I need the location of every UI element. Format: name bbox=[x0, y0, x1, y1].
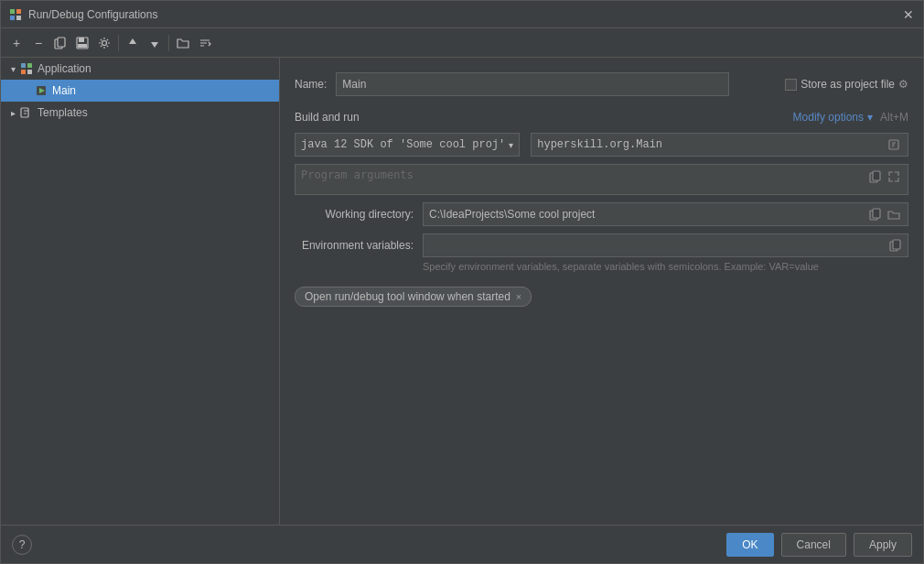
move-up-button[interactable] bbox=[123, 33, 143, 53]
templates-label: Templates bbox=[38, 106, 88, 119]
title-bar: Run/Debug Configurations ✕ bbox=[1, 1, 923, 28]
run-debug-configurations-dialog: Run/Debug Configurations ✕ + − bbox=[0, 0, 924, 564]
modify-options-label: Modify options bbox=[793, 111, 864, 124]
separator-1 bbox=[118, 35, 119, 51]
help-button[interactable]: ? bbox=[12, 535, 32, 555]
window-title: Run/Debug Configurations bbox=[28, 8, 901, 21]
tag-label: Open run/debug tool window when started bbox=[305, 290, 510, 303]
apply-button[interactable]: Apply bbox=[854, 533, 912, 557]
right-panel: Name: Store as project file ⚙ Build and … bbox=[280, 58, 923, 525]
copy-button[interactable] bbox=[50, 33, 70, 53]
tree-group-application: Application Main bbox=[1, 58, 279, 102]
separator-2 bbox=[168, 35, 169, 51]
name-label: Name: bbox=[295, 78, 327, 91]
save-button[interactable] bbox=[72, 33, 92, 53]
program-args-placeholder: Program arguments bbox=[301, 168, 414, 181]
name-row: Name: Store as project file ⚙ bbox=[295, 72, 908, 96]
env-vars-input[interactable] bbox=[423, 233, 908, 257]
args-copy-icon[interactable] bbox=[867, 168, 884, 185]
application-label: Application bbox=[38, 62, 91, 75]
tags-row: Open run/debug tool window when started … bbox=[295, 287, 908, 307]
main-label: Main bbox=[52, 84, 76, 97]
main-class-input[interactable]: hyperskill.org.Main bbox=[531, 133, 908, 157]
tree-item-main[interactable]: Main bbox=[1, 80, 279, 102]
modify-options-btn[interactable]: Modify options ▾ Alt+M bbox=[793, 111, 908, 124]
close-button[interactable]: ✕ bbox=[901, 7, 916, 22]
svg-rect-5 bbox=[58, 38, 65, 47]
working-dir-browse-icon[interactable] bbox=[886, 206, 902, 222]
svg-rect-10 bbox=[21, 63, 26, 68]
name-input[interactable] bbox=[336, 72, 729, 96]
toolbar: + − bbox=[1, 28, 923, 58]
svg-rect-23 bbox=[893, 240, 900, 249]
footer-right: OK Cancel Apply bbox=[726, 533, 912, 557]
env-hint: Specify environment variables, separate … bbox=[423, 261, 908, 272]
templates-arrow[interactable] bbox=[6, 106, 19, 119]
modify-options-arrow: ▾ bbox=[867, 111, 873, 124]
args-expand-icon[interactable] bbox=[886, 168, 902, 185]
working-dir-label: Working directory: bbox=[295, 208, 423, 221]
svg-rect-12 bbox=[21, 70, 26, 74]
cancel-button[interactable]: Cancel bbox=[781, 533, 846, 557]
svg-point-9 bbox=[102, 40, 107, 45]
store-project-row: Store as project file ⚙ bbox=[785, 78, 908, 91]
folder-button[interactable] bbox=[173, 33, 193, 53]
svg-rect-13 bbox=[27, 70, 32, 74]
remove-button[interactable]: − bbox=[28, 33, 48, 53]
program-args-area[interactable]: Program arguments bbox=[295, 164, 908, 195]
svg-rect-11 bbox=[27, 63, 32, 68]
env-vars-row: Environment variables: bbox=[295, 233, 908, 257]
working-dir-value: C:\IdeaProjects\Some cool project bbox=[429, 208, 595, 221]
svg-rect-3 bbox=[16, 16, 21, 20]
svg-rect-7 bbox=[79, 38, 84, 42]
args-icons bbox=[867, 168, 902, 185]
application-icon bbox=[19, 61, 34, 76]
main-content: Application Main bbox=[1, 58, 923, 525]
svg-rect-8 bbox=[78, 44, 87, 48]
sdk-class-row: java 12 SDK of 'Some cool proj' ▾ hypers… bbox=[295, 133, 908, 157]
ok-button[interactable]: OK bbox=[726, 533, 773, 557]
application-arrow[interactable] bbox=[6, 62, 19, 75]
add-button[interactable]: + bbox=[6, 33, 27, 53]
working-dir-copy-icon[interactable] bbox=[867, 206, 884, 222]
store-project-label: Store as project file bbox=[800, 78, 895, 91]
env-vars-icon[interactable] bbox=[887, 237, 904, 254]
svg-rect-21 bbox=[873, 209, 880, 218]
tree-item-application[interactable]: Application bbox=[1, 58, 279, 80]
svg-rect-19 bbox=[873, 171, 880, 180]
build-run-header: Build and run Modify options ▾ Alt+M bbox=[295, 111, 908, 124]
tree-item-templates[interactable]: Templates bbox=[1, 102, 279, 124]
svg-rect-16 bbox=[21, 108, 28, 117]
working-dir-row: Working directory: C:\IdeaProjects\Some … bbox=[295, 202, 908, 226]
svg-rect-0 bbox=[10, 9, 15, 14]
svg-rect-2 bbox=[10, 16, 15, 20]
tag-close-btn[interactable]: × bbox=[516, 291, 521, 302]
main-run-icon bbox=[34, 83, 48, 98]
window-icon bbox=[8, 7, 23, 22]
env-vars-label: Environment variables: bbox=[295, 239, 423, 252]
store-project-checkbox[interactable] bbox=[785, 79, 797, 91]
sdk-select[interactable]: java 12 SDK of 'Some cool proj' ▾ bbox=[295, 133, 520, 157]
working-dir-input[interactable]: C:\IdeaProjects\Some cool project bbox=[423, 202, 908, 226]
svg-rect-1 bbox=[16, 9, 21, 14]
move-down-button[interactable] bbox=[145, 33, 165, 53]
sdk-label: java 12 SDK of 'Some cool proj' bbox=[301, 138, 505, 151]
store-project-gear-icon[interactable]: ⚙ bbox=[898, 78, 908, 91]
build-run-title: Build and run bbox=[295, 111, 360, 124]
sidebar: Application Main bbox=[1, 58, 280, 525]
sort-button[interactable] bbox=[195, 33, 215, 53]
footer-left: ? bbox=[12, 535, 32, 555]
settings-button[interactable] bbox=[94, 33, 114, 53]
open-tool-window-tag: Open run/debug tool window when started … bbox=[295, 287, 532, 307]
main-class-value: hyperskill.org.Main bbox=[537, 138, 662, 151]
sdk-dropdown-arrow: ▾ bbox=[509, 140, 513, 150]
templates-icon bbox=[19, 105, 34, 120]
main-class-icon-btn[interactable] bbox=[886, 136, 902, 153]
footer: ? OK Cancel Apply bbox=[1, 525, 923, 563]
modify-options-shortcut: Alt+M bbox=[880, 111, 908, 124]
